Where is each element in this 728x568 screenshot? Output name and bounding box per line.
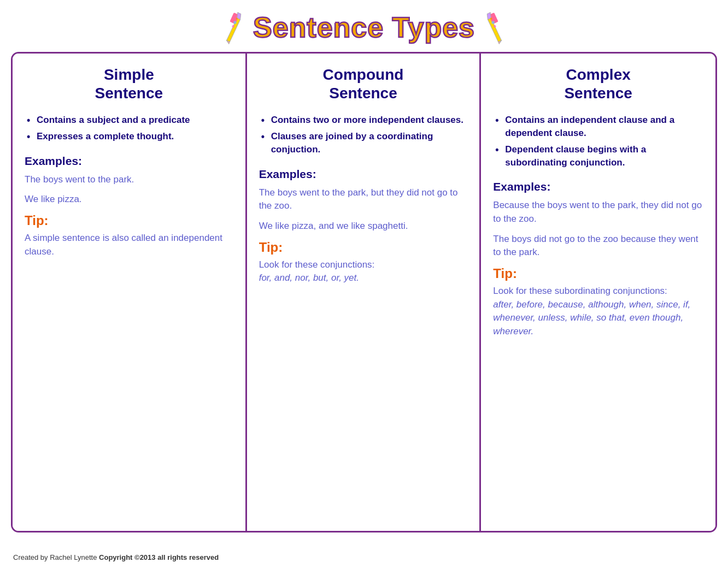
complex-bullet-1: Contains an independent clause and a dep… [493, 112, 703, 141]
complex-example-1: Because the boys went to the park, they … [493, 199, 703, 226]
footer: Created by Rachel Lynette Copyright ©201… [13, 553, 219, 561]
columns-container: SimpleSentence Contains a subject and a … [11, 52, 717, 532]
compound-example-1: The boys went to the park, but they did … [259, 186, 468, 213]
simple-examples-label: Examples: [25, 155, 233, 168]
complex-example-2: The boys did not go to the zoo because t… [493, 233, 703, 259]
pencil-left-icon [213, 8, 251, 46]
compound-tip-label: Tip: [259, 240, 468, 255]
simple-sentence-title: SimpleSentence [25, 66, 233, 102]
complex-sentence-column: ComplexSentence Contains an independent … [481, 54, 715, 531]
header: Sentence Types [11, 5, 717, 52]
complex-examples-label: Examples: [493, 180, 703, 193]
simple-example-2: We like pizza. [25, 193, 233, 206]
compound-bullet-2: Clauses are joined by a coordinating con… [259, 128, 468, 158]
compound-bullet-list: Contains two or more independent clauses… [259, 112, 468, 157]
compound-bullet-1: Contains two or more independent clauses… [259, 112, 468, 128]
complex-tip-label: Tip: [493, 266, 703, 281]
compound-sentence-title: CompoundSentence [259, 66, 468, 102]
compound-tip-text: Look for these conjunctions:for, and, no… [259, 258, 468, 285]
simple-example-1: The boys went to the park. [25, 173, 233, 187]
simple-tip-text: A simple sentence is also called an inde… [25, 232, 233, 258]
simple-bullet-1: Contains a subject and a predicate [25, 112, 233, 128]
compound-examples-label: Examples: [259, 168, 468, 181]
compound-example-2: We like pizza, and we like spaghetti. [259, 220, 468, 233]
complex-bullet-list: Contains an independent clause and a dep… [493, 112, 703, 170]
complex-bullet-2: Dependent clause begins with a subordina… [493, 141, 703, 171]
complex-sentence-title: ComplexSentence [493, 66, 703, 102]
simple-sentence-column: SimpleSentence Contains a subject and a … [13, 54, 247, 531]
simple-tip-label: Tip: [25, 213, 233, 228]
page-title: Sentence Types [253, 11, 475, 44]
footer-copyright: Copyright ©2013 all rights reserved [99, 553, 219, 561]
complex-tip-text: Look for these subordinating conjunction… [493, 285, 703, 339]
compound-sentence-column: CompoundSentence Contains two or more in… [247, 54, 482, 531]
simple-bullet-list: Contains a subject and a predicate Expre… [25, 112, 233, 145]
footer-created: Created by Rachel Lynette [13, 553, 99, 561]
simple-bullet-2: Expresses a complete thought. [25, 128, 233, 145]
pencil-right-icon [476, 8, 514, 46]
